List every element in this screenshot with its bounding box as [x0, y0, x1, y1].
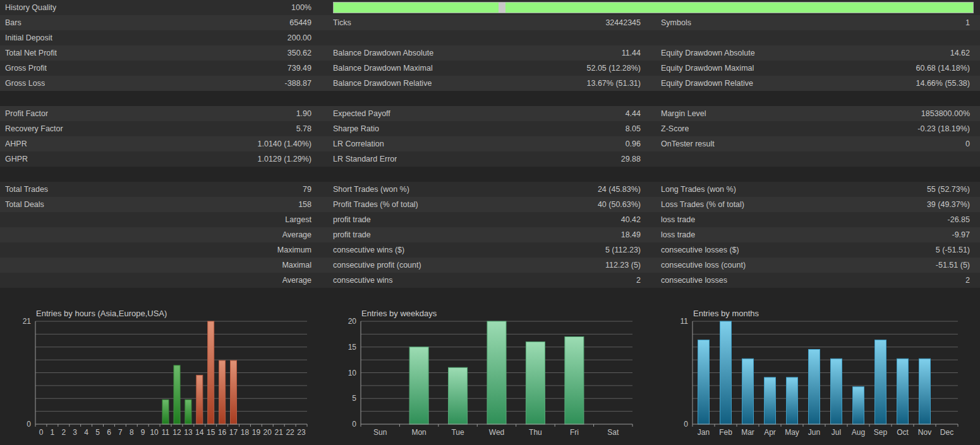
metric-value: 14.62: [950, 45, 970, 61]
y-axis-tick-label: 11: [681, 317, 689, 326]
metric-value: 40 (50.63%): [598, 197, 641, 212]
entries-by-hours-chart: 0210123456789101112131415161718192021222…: [13, 307, 310, 445]
x-axis-tick-label: 5: [95, 428, 100, 437]
metric-label: Balance Drawdown Relative: [333, 76, 432, 91]
x-axis-tick-label: 9: [141, 428, 145, 437]
metric-label: Gross Profit: [5, 61, 47, 76]
metric-value: Largest: [285, 212, 312, 227]
metric-label: Expected Payoff: [333, 106, 390, 121]
metric-value: -51.51 (5): [936, 258, 970, 273]
metric-value: 4.44: [626, 106, 641, 121]
report-row: Gross Loss-388.87Balance Drawdown Relati…: [0, 76, 980, 91]
x-axis-tick-label: 2: [61, 428, 66, 437]
metric-value: Average: [282, 273, 312, 288]
metric-value: 24 (45.83%): [598, 182, 641, 197]
report-cell: Gross Profit739.49: [0, 61, 327, 76]
x-axis-tick-label: Oct: [897, 428, 909, 437]
report-cell: Recovery Factor5.78: [0, 121, 327, 136]
metric-label: Equity Drawdown Absolute: [661, 45, 755, 61]
metric-label: Bars: [5, 15, 21, 30]
report-row: Averageprofit trade18.49loss trade-9.97: [0, 227, 980, 242]
metric-value: 2: [636, 273, 641, 288]
x-axis-tick-label: 23: [297, 428, 306, 437]
metric-label: LR Correlation: [333, 136, 384, 151]
metric-label: Equity Drawdown Maximal: [661, 61, 754, 76]
charts-section: 0210123456789101112131415161718192021222…: [0, 307, 980, 445]
x-axis-tick-label: Jan: [698, 428, 710, 437]
report-cell: Total Deals158: [0, 197, 327, 212]
x-axis-tick-label: 3: [73, 428, 77, 437]
x-axis-tick-label: 11: [162, 428, 170, 437]
report-cell: profit trade18.49: [327, 227, 653, 242]
metric-label: Profit Factor: [5, 106, 48, 121]
report-cell: LR Standard Error29.88: [327, 151, 653, 167]
report-row: Initial Deposit200.00: [0, 30, 980, 45]
metric-value: 32442345: [605, 15, 641, 30]
metric-value: 14.66% (55.38): [916, 76, 970, 91]
x-axis-tick-label: 7: [118, 428, 123, 437]
y-axis-tick-label: 10: [348, 369, 357, 377]
x-axis-tick-label: Aug: [852, 428, 865, 437]
x-axis-tick-label: 21: [275, 428, 284, 437]
report-cell: consecutive wins2: [327, 273, 653, 288]
metric-label: LR Standard Error: [333, 151, 397, 167]
report-cell: Initial Deposit200.00: [0, 30, 327, 45]
report-cell: Gross Loss-388.87: [0, 76, 327, 91]
metric-value: 1: [965, 15, 970, 30]
x-axis-tick-label: 14: [195, 428, 204, 437]
x-axis-tick-label: Nov: [918, 428, 931, 437]
report-cell: Symbols1: [653, 15, 974, 30]
metric-value: 350.62: [287, 45, 312, 61]
x-axis-tick-label: Jul: [832, 428, 841, 437]
metric-label: Total Net Profit: [5, 45, 57, 61]
report-cell: loss trade-9.97: [653, 227, 974, 242]
report-row: AHPR1.0140 (1.40%)LR Correlation0.96OnTe…: [0, 136, 980, 151]
spacer-row: [0, 288, 980, 303]
x-axis-tick-label: 16: [218, 428, 227, 437]
x-axis-tick-label: Apr: [764, 428, 776, 437]
x-axis-tick-label: 15: [207, 428, 215, 437]
metric-label: consecutive wins: [333, 273, 393, 288]
bar-chart-svg: 0210123456789101112131415161718192021222…: [13, 307, 310, 445]
report-row: Gross Profit739.49Balance Drawdown Maxim…: [0, 61, 980, 76]
report-cell: profit trade40.42: [327, 212, 653, 227]
metric-value: 65449: [289, 15, 312, 30]
metric-value: 11.44: [622, 45, 641, 61]
entries-by-weekdays-chart: 05101520SunMonTueWedThuFriSatEntries by …: [338, 307, 635, 445]
x-axis-tick-label: 4: [84, 428, 88, 437]
report-cell: Bars65449: [0, 15, 327, 30]
x-axis-tick-label: Mar: [741, 428, 754, 437]
report-cell: consecutive profit (count)112.23 (5): [327, 258, 653, 273]
metric-value: 158: [298, 197, 312, 212]
metric-value: -0.23 (18.19%): [917, 121, 970, 136]
report-cell: Maximal: [0, 258, 327, 273]
x-axis-tick-label: 17: [229, 428, 238, 437]
x-axis-tick-label: 10: [150, 428, 159, 437]
report-cell: Total Net Profit350.62: [0, 45, 327, 61]
metric-label: Total Trades: [5, 182, 48, 197]
report-cell: Profit Factor1.90: [0, 106, 327, 121]
report-cell: Short Trades (won %)24 (45.83%): [327, 182, 653, 197]
report-cell: Long Trades (won %)55 (52.73%): [653, 182, 974, 197]
y-axis-tick-label: 5: [352, 394, 356, 403]
metric-value: 5 (-51.51): [936, 242, 970, 258]
bar-chart-svg: 011JanFebMarAprMayJunJulAugSepOctNovDecE…: [663, 307, 960, 445]
report-cell: [653, 151, 974, 167]
x-axis-tick-label: 19: [252, 428, 261, 437]
chart-title: Entries by hours (Asia,Europe,USA): [36, 309, 167, 318]
x-axis-tick-label: Thu: [529, 428, 542, 437]
metric-label: consecutive loss (count): [661, 258, 746, 273]
report-cell: OnTester result0: [653, 136, 974, 151]
report-cell: consecutive loss (count)-51.51 (5): [653, 258, 974, 273]
metric-label: Total Deals: [5, 197, 44, 212]
report-cell: LR Correlation0.96: [327, 136, 653, 151]
metric-value: 112.23 (5): [605, 258, 641, 273]
report-cell: Equity Drawdown Absolute14.62: [653, 45, 974, 61]
report-cell: Average: [0, 273, 327, 288]
metric-value: 79: [303, 182, 312, 197]
report-cell: Margin Level1853800.00%: [653, 106, 974, 121]
x-axis-tick-label: 22: [286, 428, 294, 437]
metric-value: -9.97: [952, 227, 971, 242]
report-cell: consecutive wins ($)5 (112.23): [327, 242, 653, 258]
x-axis-tick-label: Wed: [489, 428, 504, 437]
